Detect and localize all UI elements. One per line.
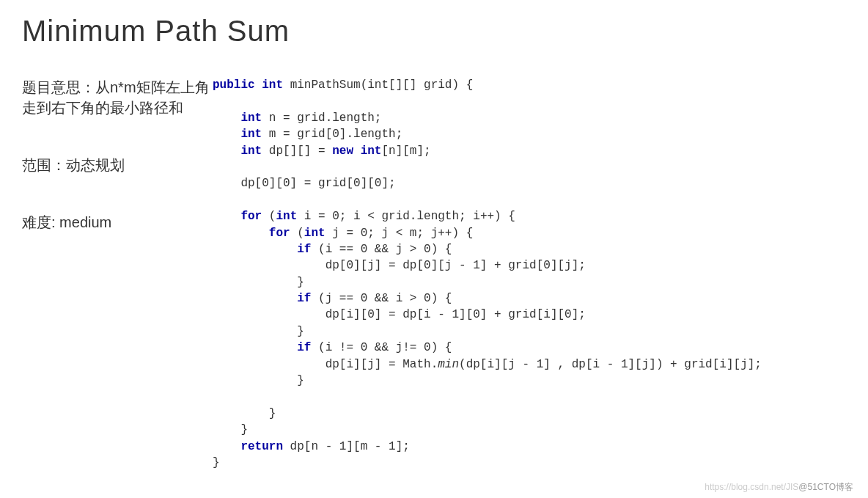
code-text: } bbox=[213, 456, 220, 469]
code-keyword: if bbox=[297, 341, 311, 354]
code-text: i = 0; i < grid.length; i++) { bbox=[297, 210, 515, 223]
code-text: n = grid.length; bbox=[262, 111, 381, 125]
code-text: dp[i][0] = dp[i - 1][0] + grid[i][0]; bbox=[326, 308, 586, 321]
code-keyword: int bbox=[240, 128, 262, 141]
code-method-name: minPathSum bbox=[290, 78, 361, 92]
problem-difficulty: 难度: medium bbox=[22, 212, 213, 232]
watermark-light: https://blog.csdn.net/JIS bbox=[705, 482, 798, 492]
watermark: https://blog.csdn.net/JIS@51CTO博客 bbox=[705, 481, 853, 494]
content-area: 题目意思：从n*m矩阵左上角走到右下角的最小路径和 范围：动态规划 难度: me… bbox=[22, 77, 846, 471]
code-keyword: for bbox=[269, 227, 290, 240]
code-method-call: min bbox=[438, 358, 459, 371]
code-params: (int[][] grid) { bbox=[361, 78, 474, 92]
code-text: (i != 0 && j!= 0) { bbox=[311, 341, 452, 354]
page-title: Minimum Path Sum bbox=[22, 15, 846, 48]
code-text: (dp[i][j - 1] , dp[i - 1][j]) + grid[i][… bbox=[459, 358, 762, 371]
watermark-dark: @51CTO博客 bbox=[798, 482, 853, 492]
code-keyword: public int bbox=[213, 78, 290, 92]
code-text: dp[i][j] = Math. bbox=[326, 358, 438, 371]
code-text: } bbox=[297, 276, 304, 289]
code-text: } bbox=[297, 374, 304, 387]
code-text: } bbox=[297, 325, 304, 338]
code-keyword: if bbox=[297, 292, 311, 305]
code-text: m = grid[0].length; bbox=[262, 128, 402, 141]
code-keyword: if bbox=[297, 243, 311, 256]
code-keyword: int bbox=[304, 227, 326, 240]
code-text: j = 0; j < m; j++) { bbox=[326, 227, 474, 240]
code-text: dp[0][0] = grid[0][0]; bbox=[240, 177, 395, 190]
code-text: ( bbox=[262, 210, 276, 223]
code-text: [n][m]; bbox=[381, 144, 430, 158]
code-text: ( bbox=[290, 227, 304, 240]
code-keyword: new int bbox=[332, 144, 381, 158]
code-keyword: int bbox=[240, 111, 262, 125]
code-text: } bbox=[269, 407, 276, 420]
code-text: dp[0][j] = dp[0][j - 1] + grid[0][j]; bbox=[326, 259, 586, 272]
code-text: } bbox=[240, 423, 248, 436]
code-keyword: int bbox=[276, 210, 297, 223]
code-text: (j == 0 && i > 0) { bbox=[311, 292, 452, 305]
problem-scope: 范围：动态规划 bbox=[22, 155, 213, 175]
description-column: 题目意思：从n*m矩阵左上角走到右下角的最小路径和 范围：动态规划 难度: me… bbox=[22, 77, 213, 471]
code-block: public int minPathSum(int[][] grid) { in… bbox=[213, 77, 846, 471]
code-keyword: int bbox=[240, 144, 262, 158]
problem-meaning: 题目意思：从n*m矩阵左上角走到右下角的最小路径和 bbox=[22, 77, 213, 118]
code-text: (i == 0 && j > 0) { bbox=[311, 243, 452, 256]
code-text: dp[n - 1][m - 1]; bbox=[283, 440, 410, 453]
code-keyword: return bbox=[240, 440, 283, 453]
code-text: dp[][] = bbox=[262, 144, 332, 158]
code-keyword: for bbox=[240, 210, 262, 223]
